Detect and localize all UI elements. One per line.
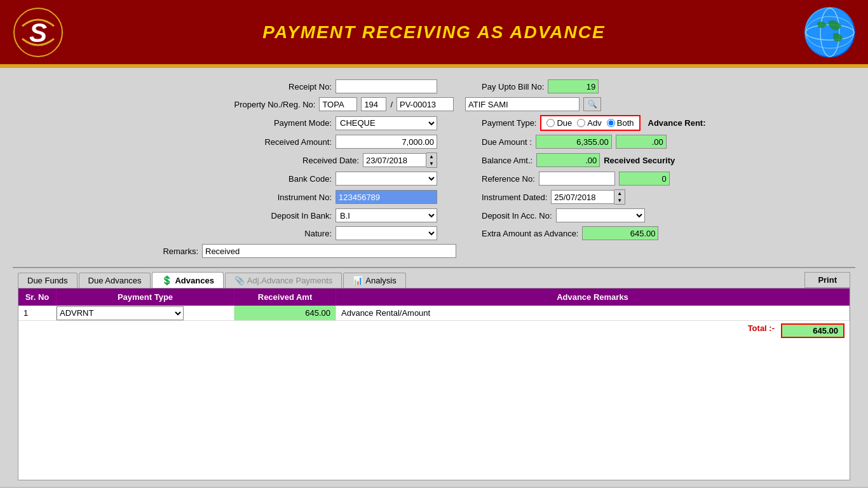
tab-due-funds[interactable]: Due Funds [18,273,78,288]
received-date-spinner: ▲ ▼ [363,152,437,168]
svg-point-2 [806,8,854,57]
row-deposit: Deposit In Bank: B.I Deposit In Acc. No: [19,208,849,222]
payment-type-select[interactable]: ADVRNT [57,306,184,320]
advances-table: Sr. No Payment Type Received Amt Advance… [18,288,850,480]
instrument-date-spinner-buttons: ▲ ▼ [614,189,625,205]
radio-adv-input[interactable] [577,119,585,127]
instrument-date-up-button[interactable]: ▲ [614,190,625,197]
received-date-label: Received Date: [302,156,359,165]
payment-type-box: Due Adv Both [540,115,640,131]
tab-analysis[interactable]: 📊 Analysis [343,273,405,288]
analysis-icon: 📊 [353,276,363,285]
received-date-input[interactable] [363,153,426,167]
nature-select[interactable] [336,226,437,240]
header: S PAYMENT RECEIVING AS ADVANCE [0,0,868,67]
col-srno: Sr. No [18,288,57,306]
bank-code-label: Bank Code: [288,174,332,184]
date-down-button[interactable]: ▼ [426,160,437,167]
nature-label: Nature: [304,229,332,238]
page-title: PAYMENT RECEIVING AS ADVANCE [64,22,804,43]
print-button[interactable]: Print [804,272,850,288]
advance-rent-value-input[interactable] [616,135,667,149]
form-container: Receipt No: Pay Upto Bill No: Property N… [13,74,855,267]
instrument-dated-spinner: ▲ ▼ [551,189,625,205]
cell-srno: 1 [18,306,57,320]
payment-type-label: Payment Type: [482,118,536,128]
deposit-acc-select[interactable] [556,208,645,222]
col-advance-remarks: Advance Remarks [336,288,850,306]
pay-upto-label: Pay Upto Bill No: [482,82,544,92]
instrument-dated-label: Instrument Dated: [482,193,547,202]
radio-both-input[interactable] [607,119,615,127]
remarks-label: Remarks: [163,247,198,256]
receipt-no-input[interactable] [336,79,437,93]
radio-both[interactable]: Both [607,118,634,128]
total-label: Total :- [748,323,775,338]
balance-amt-input[interactable] [536,153,600,167]
reference-no-label: Reference No: [482,174,535,184]
receipt-no-label: Receipt No: [288,82,332,92]
property-num-input[interactable] [361,97,386,111]
tabs-container: Due Funds Due Advances 💲 Advances 📎 Adj.… [13,267,855,288]
reference-no-input[interactable] [539,172,615,186]
pay-upto-input[interactable] [548,79,599,93]
row-received-date: Received Date: ▲ ▼ Balance Amt.: Receive… [19,152,849,168]
table-total-row: Total :- 645.00 [18,321,850,341]
tab-adj-advance: 📎 Adj.Advance Payments [225,273,342,288]
received-security-label: Received Security [604,156,675,165]
radio-due[interactable]: Due [546,118,572,128]
payment-mode-label: Payment Mode: [274,118,332,128]
row-received-amount: Received Amount: Due Amount : [19,135,849,149]
row-payment-mode: Payment Mode: CHEQUE CASH Payment Type: … [19,115,849,131]
deposit-bank-select[interactable]: B.I [336,208,437,222]
tab-due-advances[interactable]: Due Advances [79,273,151,288]
row-bank-code: Bank Code: Reference No: [19,172,849,186]
row-property: Property No./Reg. No: / 🔍 [19,97,849,111]
due-amount-input[interactable] [536,135,612,149]
property-code-input[interactable] [319,97,357,111]
balance-amt-label: Balance Amt.: [482,156,532,165]
row-instrument: Instrument No: Instrument Dated: ▲ ▼ [19,189,849,205]
row-remarks: Remarks: [19,244,849,258]
globe-icon [804,7,855,58]
deposit-bank-label: Deposit In Bank: [271,211,332,220]
received-security-input[interactable] [619,172,670,186]
col-received-amt: Received Amt [234,288,336,306]
cell-received-amt: 645.00 [234,306,336,320]
remarks-input[interactable] [202,244,456,258]
property-label: Property No./Reg. No: [234,100,315,109]
radio-due-input[interactable] [546,119,555,127]
instrument-date-down-button[interactable]: ▼ [614,197,625,204]
cell-advance-remarks: Advance Rental/Amount [336,306,850,320]
property-name-input[interactable] [465,97,580,111]
date-up-button[interactable]: ▲ [426,153,437,160]
app-logo: S [13,7,64,58]
row-receipt: Receipt No: Pay Upto Bill No: [19,79,849,93]
advances-icon: 💲 [161,275,172,285]
property-pv-input[interactable] [397,97,454,111]
payment-mode-select[interactable]: CHEQUE CASH [336,116,437,130]
instrument-no-input[interactable] [336,190,437,204]
col-payment-type: Payment Type [57,288,234,306]
table-header: Sr. No Payment Type Received Amt Advance… [18,288,850,306]
search-button[interactable]: 🔍 [583,97,601,111]
cell-payment-type: ADVRNT [57,306,234,320]
instrument-no-label: Instrument No: [278,193,332,202]
adj-icon: 📎 [234,276,245,285]
received-amount-label: Received Amount: [264,137,332,147]
deposit-acc-label: Deposit In Acc. No: [482,211,552,220]
table-row: 1 ADVRNT 645.00 Advance Rental/Amount [18,306,850,321]
radio-adv[interactable]: Adv [577,118,601,128]
advance-rent-label: Advance Rent: [648,118,706,128]
tab-advances[interactable]: 💲 Advances [152,272,223,288]
received-amount-input[interactable] [336,135,437,149]
row-nature: Nature: Extra Amount as Advance: [19,226,849,240]
extra-amount-label: Extra Amount as Advance: [482,229,578,238]
extra-amount-input[interactable] [582,226,658,240]
date-spinner-buttons: ▲ ▼ [426,152,437,168]
total-value: 645.00 [781,323,844,338]
bank-code-select[interactable] [336,172,437,186]
due-amount-label: Due Amount : [482,137,532,147]
instrument-dated-input[interactable] [551,190,614,204]
main-content: Receipt No: Pay Upto Bill No: Property N… [0,68,868,487]
